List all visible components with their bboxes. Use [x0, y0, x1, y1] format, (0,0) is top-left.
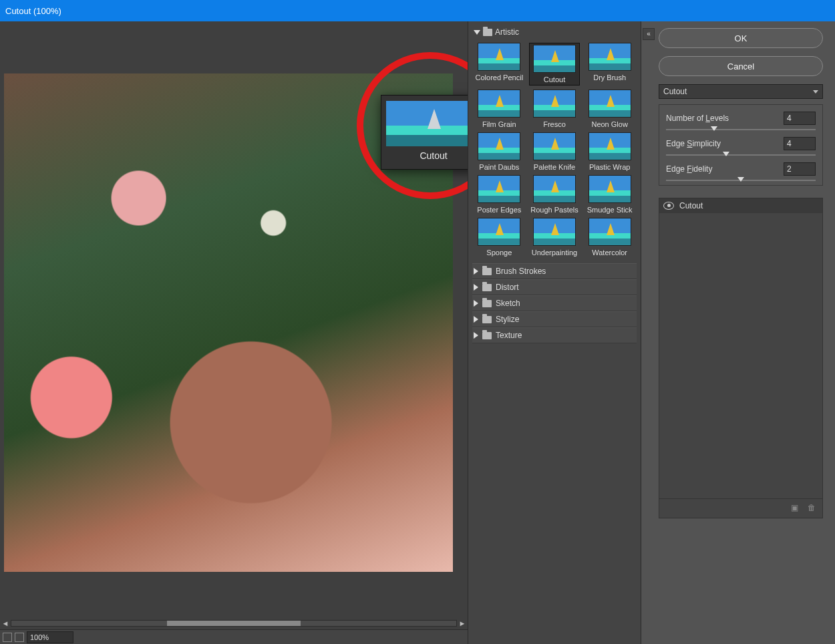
filter-select-value: Cutout: [663, 87, 687, 96]
slider-knob-icon[interactable]: [737, 177, 744, 182]
category-label: Stylize: [496, 315, 519, 324]
effect-layer-label: Cutout: [679, 201, 703, 210]
filter-item-plastic-wrap[interactable]: Plastic Wrap: [584, 132, 635, 171]
category-label: Sketch: [496, 299, 520, 308]
param-row-0: Number of Levels: [666, 112, 816, 125]
filter-gallery-pane: Artistic Colored PencilCutoutDry BrushFi…: [468, 21, 641, 644]
preview-horizontal-scrollbar[interactable]: ◄ ►: [0, 617, 468, 629]
collapse-panel-button[interactable]: «: [643, 28, 655, 40]
slider-knob-icon[interactable]: [723, 152, 729, 156]
filter-item-palette-knife[interactable]: Palette Knife: [529, 132, 580, 171]
scroll-thumb[interactable]: [167, 621, 301, 626]
filter-thumbnail: [533, 175, 576, 203]
disclosure-triangle-icon: [474, 284, 478, 291]
filter-item-cutout[interactable]: Cutout: [529, 43, 580, 86]
visibility-eye-icon[interactable]: [663, 202, 674, 210]
filter-label: Dry Brush: [584, 73, 635, 82]
cancel-button[interactable]: Cancel: [659, 56, 823, 76]
category-texture-header[interactable]: Texture: [472, 327, 637, 343]
filter-thumbnail: [589, 175, 631, 203]
filter-thumbnail: [533, 218, 576, 246]
folder-icon: [482, 316, 492, 323]
folder-icon: [482, 300, 492, 307]
preview-bottombar: [0, 629, 468, 644]
filter-item-watercolor[interactable]: Watercolor: [584, 218, 635, 257]
category-stylize-header[interactable]: Stylize: [472, 311, 637, 327]
effect-layers-panel: Cutout ▣ 🗑: [659, 198, 823, 518]
scroll-left-icon[interactable]: ◄: [0, 618, 11, 629]
category-sketch-header[interactable]: Sketch: [472, 295, 637, 311]
filter-parameters-box: Number of LevelsEdge SimplicityEdge Fide…: [659, 104, 823, 186]
filter-item-film-grain[interactable]: Film Grain: [474, 90, 525, 128]
param-row-1: Edge Simplicity: [666, 137, 816, 150]
filter-label: Palette Knife: [529, 163, 580, 171]
param-input[interactable]: [784, 112, 816, 125]
scroll-right-icon[interactable]: ►: [457, 618, 468, 629]
enlarged-thumbnail-tooltip: Cutout: [381, 95, 468, 170]
disclosure-triangle-icon: [474, 300, 478, 307]
folder-icon: [482, 332, 492, 339]
filter-item-rough-pastels[interactable]: Rough Pastels: [529, 175, 580, 214]
filter-item-smudge-stick[interactable]: Smudge Stick: [584, 175, 635, 214]
filter-item-paint-daubs[interactable]: Paint Daubs: [474, 132, 525, 171]
category-distort-header[interactable]: Distort: [472, 279, 637, 295]
filter-item-sponge[interactable]: Sponge: [474, 218, 525, 257]
disclosure-triangle-icon: [474, 268, 478, 275]
filter-item-dry-brush[interactable]: Dry Brush: [584, 43, 635, 86]
preview-viewport[interactable]: Cutout: [0, 21, 468, 617]
slider-knob-icon[interactable]: [711, 126, 717, 131]
filter-label: Underpainting: [529, 249, 580, 257]
preview-pane: Cutout ◄ ►: [0, 21, 468, 644]
filter-thumbnail: [589, 132, 631, 160]
param-label: Edge Fidelity: [666, 164, 712, 174]
enlarged-thumbnail-image: [386, 101, 468, 146]
filter-thumbnail: [589, 43, 631, 71]
filter-item-neon-glow[interactable]: Neon Glow: [584, 90, 635, 128]
category-label: Brush Strokes: [496, 267, 546, 276]
param-input[interactable]: [784, 162, 816, 176]
scroll-track[interactable]: [11, 620, 457, 627]
filter-select[interactable]: Cutout: [659, 84, 823, 99]
new-layer-icon[interactable]: ▣: [789, 503, 800, 514]
zoom-input[interactable]: [27, 631, 73, 643]
filter-item-underpainting[interactable]: Underpainting: [529, 218, 580, 257]
workspace: Cutout ◄ ► Artistic Colored PencilCutout…: [0, 21, 835, 644]
filter-label: Poster Edges: [474, 206, 525, 214]
fit-screen-button[interactable]: [3, 633, 12, 642]
enlarged-thumbnail-caption: Cutout: [381, 150, 468, 161]
effect-layer-row[interactable]: Cutout: [659, 198, 822, 213]
category-label: Distort: [496, 283, 519, 292]
filter-label: Plastic Wrap: [584, 163, 635, 171]
param-input[interactable]: [784, 137, 816, 150]
filter-item-fresco[interactable]: Fresco: [529, 90, 580, 128]
category-brush-strokes-header[interactable]: Brush Strokes: [472, 263, 637, 279]
title-bar: Cutout (100%): [0, 0, 835, 21]
chevron-down-icon: [813, 90, 818, 94]
filter-label: Smudge Stick: [584, 206, 635, 214]
category-label: Texture: [496, 331, 522, 340]
filter-thumbnail: [533, 132, 576, 160]
param-slider[interactable]: [666, 129, 816, 130]
category-artistic-header[interactable]: Artistic: [472, 25, 637, 39]
param-slider[interactable]: [666, 154, 816, 156]
filter-thumbnail: [478, 43, 520, 71]
filter-thumbnail: [533, 90, 576, 118]
delete-layer-icon[interactable]: 🗑: [806, 503, 817, 514]
filter-thumbnail: [478, 218, 520, 246]
filter-item-poster-edges[interactable]: Poster Edges: [474, 175, 525, 214]
ok-button[interactable]: OK: [659, 28, 823, 48]
filter-thumbnail: [478, 132, 520, 160]
filter-item-colored-pencil[interactable]: Colored Pencil: [474, 43, 525, 86]
category-label: Artistic: [495, 27, 519, 37]
folder-icon: [482, 284, 492, 291]
folder-icon: [483, 29, 492, 36]
disclosure-triangle-icon: [474, 316, 478, 323]
param-row-2: Edge Fidelity: [666, 162, 816, 176]
actual-pixels-button[interactable]: [15, 633, 24, 642]
param-label: Edge Simplicity: [666, 139, 721, 148]
filter-label: Watercolor: [584, 249, 635, 257]
disclosure-triangle-icon: [474, 332, 478, 339]
filter-thumbnail-grid: Colored PencilCutoutDry BrushFilm GrainF…: [472, 39, 637, 263]
param-label: Number of Levels: [666, 114, 729, 123]
filter-thumbnail: [589, 218, 631, 246]
